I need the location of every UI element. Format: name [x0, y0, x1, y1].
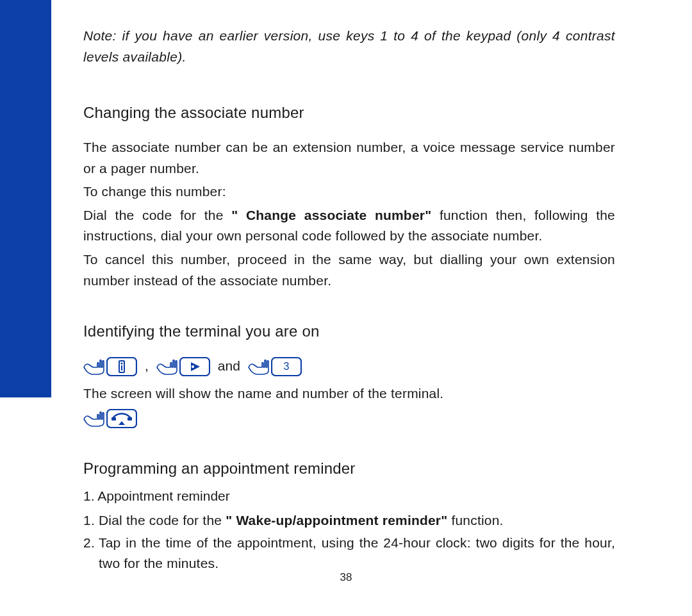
icon-row-1: , and 3 [83, 356, 615, 377]
sec1-p1: The associate number can be an extension… [83, 137, 615, 179]
icon-row-2 [83, 409, 615, 428]
press-hook-key [83, 409, 137, 428]
press-play-key [156, 357, 210, 376]
and-sep: and [218, 356, 240, 377]
page: Note: if you have an earlier version, us… [0, 0, 692, 616]
sec1-p4: To cancel this number, proceed in the sa… [83, 249, 615, 291]
hand-icon [156, 358, 178, 376]
key-3-digit: 3 [271, 357, 302, 376]
step1c: function. [447, 513, 503, 528]
hand-icon [83, 410, 105, 428]
heading-changing-associate: Changing the associate number [83, 101, 615, 124]
step1b-bold: " Wake-up/appointment reminder" [226, 513, 447, 528]
hand-icon [83, 358, 105, 376]
note-text: Note: if you have an earlier version, us… [83, 26, 615, 67]
page-number: 38 [0, 571, 692, 584]
step-1: Dial the code for the " Wake-up/appointm… [99, 510, 615, 531]
press-3-key: 3 [248, 357, 302, 376]
content-area: Note: if you have an earlier version, us… [83, 26, 615, 576]
sidebar-accent [0, 0, 51, 397]
heading-identifying-terminal: Identifying the terminal you are on [83, 319, 615, 343]
sec1-p3a: Dial the code for the [83, 208, 231, 222]
heading-appointment-reminder: Programming an appointment reminder [83, 456, 615, 480]
hook-key-icon [106, 409, 137, 428]
sec1-p3: Dial the code for the " Change associate… [83, 205, 615, 247]
sec1-p2: To change this number: [83, 181, 615, 203]
steps-list: Dial the code for the " Wake-up/appointm… [83, 510, 615, 574]
step-2: Tap in the time of the appointment, usin… [99, 533, 615, 574]
comma-sep: , [145, 356, 149, 377]
subheading-appointment: 1. Appointment reminder [83, 486, 615, 507]
three-key-icon: 3 [271, 357, 302, 376]
step1a: Dial the code for the [99, 513, 226, 528]
sec2-p1: The screen will show the name and number… [83, 383, 615, 404]
press-i-key [83, 357, 137, 376]
play-key-icon [179, 357, 210, 376]
hand-icon [248, 358, 270, 376]
i-key-icon [106, 357, 137, 376]
sec1-p3b-bold: " Change associate number" [231, 208, 431, 222]
